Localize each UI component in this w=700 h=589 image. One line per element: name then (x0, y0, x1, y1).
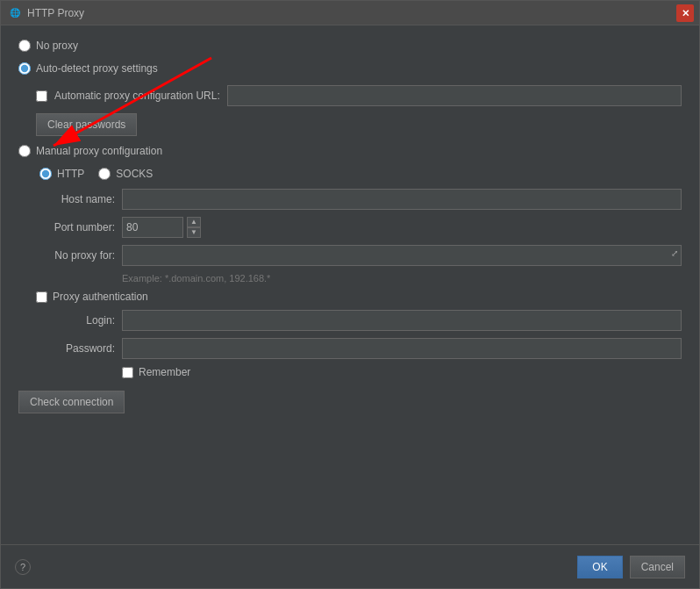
socks-protocol-row: SOCKS (98, 168, 153, 180)
proxy-auth-checkbox[interactable] (36, 291, 47, 303)
host-name-field[interactable] (122, 189, 682, 210)
remember-checkbox[interactable] (122, 367, 133, 378)
clear-passwords-button[interactable]: Clear passwords (36, 113, 137, 136)
manual-proxy-label[interactable]: Manual proxy configuration (36, 145, 162, 157)
auto-detect-indent: Automatic proxy configuration URL: Clear… (36, 85, 682, 136)
auto-detect-row: Auto-detect proxy settings (18, 62, 682, 75)
http-protocol-row: HTTP (39, 168, 84, 180)
check-connection-button[interactable]: Check connection (18, 391, 125, 413)
password-field[interactable] (122, 338, 682, 359)
manual-proxy-radio[interactable] (18, 145, 31, 157)
host-name-row: Host name: (36, 189, 682, 210)
no-proxy-for-label: No proxy for: (36, 249, 115, 262)
password-label: Password: (36, 342, 115, 355)
password-field-wrap (122, 338, 682, 359)
login-label: Login: (36, 314, 115, 327)
cancel-button[interactable]: Cancel (630, 556, 685, 578)
protocol-radio-group: HTTP SOCKS (39, 168, 682, 182)
content-area: No proxy Auto-detect proxy settings Auto… (1, 25, 699, 544)
example-text: Example: *.domain.com, 192.168.* (122, 273, 682, 284)
footer: ? OK Cancel (1, 544, 699, 588)
title-bar: 🌐 HTTP Proxy ✕ (1, 1, 699, 25)
auto-proxy-url-label[interactable]: Automatic proxy configuration URL: (54, 90, 220, 102)
auto-proxy-url-row: Automatic proxy configuration URL: (36, 85, 682, 106)
password-row: Password: (36, 338, 682, 359)
manual-proxy-indent: HTTP SOCKS Host name: Port number: (36, 168, 682, 378)
remember-row: Remember (122, 366, 682, 378)
check-connection-row: Check connection (18, 391, 682, 413)
port-spinner: ▲ ▼ (187, 217, 201, 238)
login-field-wrap (122, 310, 682, 331)
no-proxy-for-container: ⤢ (122, 245, 682, 266)
no-proxy-label[interactable]: No proxy (36, 40, 78, 52)
proxy-auth-label[interactable]: Proxy authentication (53, 291, 148, 303)
port-field-wrap: ▲ ▼ (122, 217, 682, 238)
auto-proxy-url-field[interactable] (227, 85, 682, 106)
port-up-button[interactable]: ▲ (187, 217, 201, 227)
clear-passwords-row: Clear passwords (36, 113, 682, 136)
socks-label[interactable]: SOCKS (116, 168, 153, 180)
dialog-title: HTTP Proxy (27, 7, 692, 19)
auto-proxy-url-checkbox[interactable] (36, 90, 47, 102)
login-field[interactable] (122, 310, 682, 331)
login-row: Login: (36, 310, 682, 331)
http-protocol-radio[interactable] (39, 168, 52, 180)
auto-detect-label[interactable]: Auto-detect proxy settings (36, 62, 158, 75)
no-proxy-radio[interactable] (18, 40, 31, 52)
manual-proxy-row: Manual proxy configuration (18, 145, 682, 157)
close-button[interactable]: ✕ (676, 4, 694, 22)
dialog-icon: 🌐 (8, 6, 22, 20)
help-button[interactable]: ? (15, 559, 31, 575)
proxy-auth-row: Proxy authentication (36, 291, 682, 303)
dialog: 🌐 HTTP Proxy ✕ No proxy Auto-detect prox… (0, 0, 700, 589)
footer-buttons: OK Cancel (577, 556, 685, 578)
port-down-button[interactable]: ▼ (187, 227, 201, 238)
port-number-field[interactable] (122, 217, 183, 238)
host-name-field-wrap (122, 189, 682, 210)
no-proxy-for-field-wrap: ⤢ (122, 245, 682, 266)
no-proxy-for-row: No proxy for: ⤢ (36, 245, 682, 266)
no-proxy-row: No proxy (18, 40, 682, 52)
host-name-label: Host name: (36, 193, 115, 205)
ok-button[interactable]: OK (577, 556, 622, 578)
port-number-label: Port number: (36, 221, 115, 233)
http-label[interactable]: HTTP (57, 168, 84, 180)
port-number-row: Port number: ▲ ▼ (36, 217, 682, 238)
remember-label[interactable]: Remember (139, 366, 190, 378)
auto-detect-radio[interactable] (18, 62, 31, 75)
no-proxy-for-field[interactable] (122, 245, 682, 266)
socks-protocol-radio[interactable] (98, 168, 111, 180)
expand-icon[interactable]: ⤢ (671, 248, 678, 258)
